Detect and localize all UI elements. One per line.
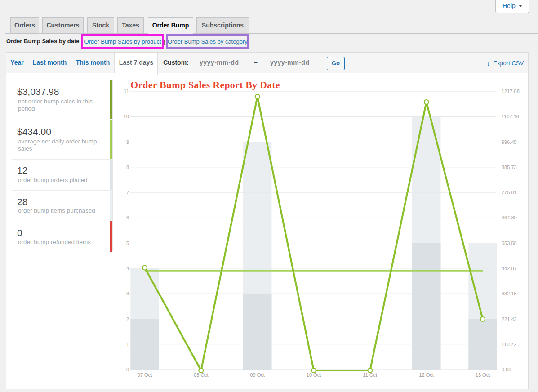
svg-text:10: 10	[124, 114, 129, 119]
svg-text:4: 4	[126, 266, 129, 271]
svg-text:11 Oct: 11 Oct	[363, 372, 378, 378]
svg-text:1: 1	[126, 342, 129, 347]
svg-text:10 Oct: 10 Oct	[307, 372, 321, 378]
svg-text:885.73: 885.73	[502, 165, 517, 170]
svg-text:3: 3	[126, 291, 129, 296]
svg-text:553.58: 553.58	[502, 241, 517, 246]
svg-text:0: 0	[126, 367, 129, 372]
svg-text:664.30: 664.30	[502, 215, 517, 220]
svg-text:13 Oct: 13 Oct	[476, 372, 490, 378]
svg-text:221.43: 221.43	[502, 316, 517, 322]
svg-text:1107.16: 1107.16	[502, 114, 519, 119]
svg-text:1217.88: 1217.88	[502, 89, 520, 94]
svg-text:7: 7	[126, 190, 129, 195]
svg-text:6: 6	[126, 215, 129, 220]
svg-text:996.45: 996.45	[502, 139, 517, 145]
svg-text:11: 11	[124, 89, 129, 94]
svg-text:332.15: 332.15	[502, 291, 517, 296]
svg-text:0.00: 0.00	[502, 367, 511, 372]
svg-text:12 Oct: 12 Oct	[419, 372, 433, 378]
svg-text:9: 9	[126, 139, 129, 145]
svg-text:5: 5	[126, 241, 129, 246]
svg-text:442.87: 442.87	[502, 266, 517, 271]
svg-text:07 Oct: 07 Oct	[138, 372, 152, 378]
svg-text:2: 2	[126, 316, 129, 322]
svg-text:110.72: 110.72	[502, 342, 516, 347]
svg-text:08 Oct: 08 Oct	[194, 372, 208, 378]
svg-text:8: 8	[126, 165, 129, 170]
svg-text:09 Oct: 09 Oct	[250, 372, 264, 378]
svg-text:775.01: 775.01	[502, 190, 517, 195]
